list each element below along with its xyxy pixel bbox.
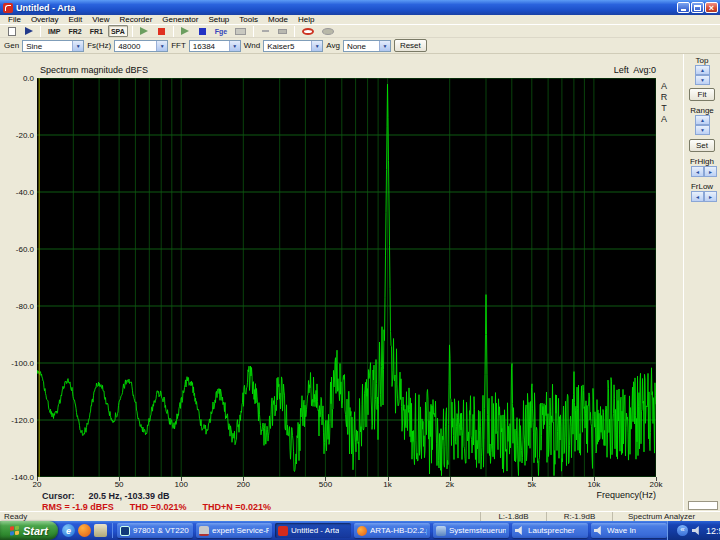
start-button[interactable]: Start (0, 521, 58, 540)
averaging-select[interactable]: None (343, 40, 391, 52)
frhigh-right-button[interactable] (704, 166, 717, 177)
menu-item-setup[interactable]: Setup (203, 15, 234, 25)
fr2-mode-button[interactable]: FR2 (65, 25, 84, 37)
x-axis-tick (656, 477, 657, 481)
frhigh-left-button[interactable] (691, 166, 704, 177)
corner-box (688, 501, 718, 510)
spa-mode-button[interactable]: SPA (108, 25, 128, 37)
generator-play-button[interactable] (178, 25, 193, 37)
menu-item-file[interactable]: File (3, 15, 26, 25)
task-button-arta[interactable]: Untitled - Arta (275, 523, 351, 538)
x-axis-label: 500 (319, 480, 332, 489)
y-axis-label: -140.0 (0, 473, 34, 482)
x-axis-tick (37, 477, 38, 481)
menu-item-recorder[interactable]: Recorder (114, 15, 157, 25)
status-left-level: L:-1.8dB (480, 512, 546, 521)
ellipse-button[interactable] (299, 25, 317, 37)
frlow-right-button[interactable] (704, 191, 717, 202)
terminal-icon (120, 526, 130, 536)
menu-item-mode[interactable]: Mode (263, 15, 293, 25)
dash-icon (262, 30, 269, 32)
range-up-button[interactable] (695, 115, 710, 125)
x-axis-tick (450, 477, 451, 481)
ellipse-gray-icon (322, 28, 334, 35)
top-up-button[interactable] (695, 65, 710, 75)
task-button-expert-service[interactable]: expert Service-Pr... (196, 523, 272, 538)
quicklaunch-misc-button[interactable] (94, 524, 107, 537)
menu-bar: File Overlay Edit View Recorder Generato… (0, 15, 720, 25)
generator-stop-button[interactable] (195, 25, 210, 37)
samplerate-select[interactable]: 48000 (114, 40, 168, 52)
keypad-icon (235, 28, 246, 35)
record-stop-button[interactable] (154, 25, 169, 37)
panel-divider (683, 54, 684, 511)
task-button-speakers[interactable]: Lautsprecher (512, 523, 588, 538)
title-bar[interactable]: Untitled - Arta (0, 0, 720, 15)
channel-info: Left Avg:0 (37, 65, 656, 75)
menu-item-view[interactable]: View (87, 15, 114, 25)
x-axis-tick (181, 477, 182, 481)
task-button-terminal[interactable]: 97801 & VT220 E... (117, 523, 193, 538)
menu-item-overlay[interactable]: Overlay (26, 15, 64, 25)
x-axis-label: 10k (587, 480, 600, 489)
task-button-pdf[interactable]: ARTA-HB-D2.2.pd... (354, 523, 430, 538)
taskbar: Start 97801 & VT220 E... expert Service-… (0, 521, 720, 540)
bar-button-disabled (275, 25, 290, 37)
x-axis-label: 50 (115, 480, 124, 489)
thd-value: THD =0.021% (130, 502, 187, 511)
frlow-label: FrLow (686, 182, 718, 191)
minimize-button[interactable] (677, 2, 690, 13)
chevron-down-icon (72, 41, 83, 51)
fgen-button[interactable]: Fge (212, 25, 230, 37)
range-down-button[interactable] (695, 125, 710, 135)
spectrum-plot[interactable] (37, 78, 656, 477)
y-axis-label: -100.0 (0, 359, 34, 368)
x-axis-label: 2k (445, 480, 453, 489)
task-button-control-panel[interactable]: Systemsteuerung (433, 523, 509, 538)
close-button[interactable] (705, 2, 718, 13)
status-ready: Ready (0, 512, 480, 521)
record-play-button[interactable] (137, 25, 152, 37)
x-axis-tick (119, 477, 120, 481)
tray-volume-icon[interactable] (692, 526, 702, 536)
arta-icon (278, 526, 288, 536)
fft-label: FFT (171, 41, 186, 50)
top-spinner (695, 65, 710, 85)
distortion-readout: RMS = -1.9 dBFSTHD =0.021%THD+N =0.021% (42, 502, 287, 511)
start-label: Start (23, 525, 48, 537)
firefox-quicklaunch-button[interactable] (78, 524, 91, 537)
toolbar-separator (40, 26, 41, 37)
status-right-level: R:-1.9dB (546, 512, 612, 521)
system-tray: 12:50 (667, 521, 720, 540)
chevron-down-icon (379, 41, 390, 51)
window-title: Untitled - Arta (16, 3, 677, 13)
reset-button[interactable]: Reset (394, 39, 427, 52)
fgen-icon: Fge (215, 28, 227, 35)
menu-item-generator[interactable]: Generator (157, 15, 203, 25)
hide-icons-chevron-icon[interactable] (677, 525, 688, 536)
overlay-button[interactable] (21, 25, 36, 37)
task-button-wave-in[interactable]: Wave In (591, 523, 667, 538)
frlow-left-button[interactable] (691, 191, 704, 202)
x-axis-tick (388, 477, 389, 481)
top-down-button[interactable] (695, 75, 710, 85)
maximize-button[interactable] (691, 2, 704, 13)
new-file-button[interactable] (4, 25, 19, 37)
fft-size-select[interactable]: 16384 (189, 40, 241, 52)
ie-quicklaunch-button[interactable] (62, 524, 75, 537)
set-button[interactable]: Set (689, 139, 715, 152)
menu-item-tools[interactable]: Tools (234, 15, 263, 25)
windows-flag-icon (10, 525, 20, 536)
menu-item-help[interactable]: Help (293, 15, 319, 25)
x-axis-label: 5k (528, 480, 536, 489)
fft-size-value: 16384 (190, 41, 229, 51)
y-axis-label: -60.0 (0, 245, 34, 254)
desktop: Untitled - Arta File Overlay Edit View R… (0, 0, 720, 540)
thdn-value: THD+N =0.021% (203, 502, 272, 511)
menu-item-edit[interactable]: Edit (63, 15, 87, 25)
fit-button[interactable]: Fit (689, 88, 715, 101)
fr1-mode-button[interactable]: FR1 (87, 25, 106, 37)
gen-select[interactable]: Sine (22, 40, 84, 52)
imp-mode-button[interactable]: IMP (45, 25, 63, 37)
window-select[interactable]: Kaiser5 (263, 40, 323, 52)
